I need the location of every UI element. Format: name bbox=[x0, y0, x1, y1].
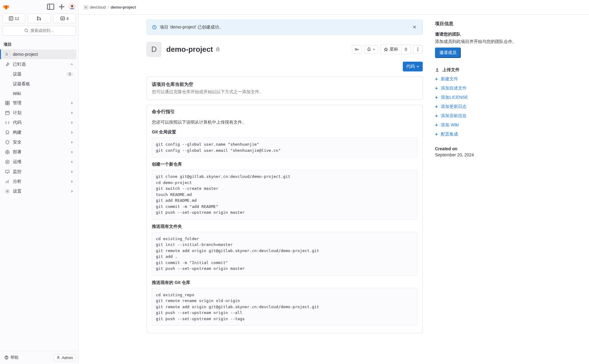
sidebar-pinned-wiki[interactable]: Wiki bbox=[2, 89, 76, 98]
ssh-key-button[interactable] bbox=[352, 45, 362, 54]
sidebar-item-settings[interactable]: 设置 bbox=[2, 186, 76, 196]
sidebar-item-deploy[interactable]: 部署 bbox=[2, 147, 76, 157]
quick-link-readme[interactable]: 添加自述文件 bbox=[435, 84, 521, 93]
group-icon: D bbox=[83, 5, 88, 10]
link-label: 添加更新日志 bbox=[441, 104, 467, 109]
help-link[interactable]: 帮助 bbox=[2, 354, 20, 362]
plus-icon bbox=[435, 104, 438, 109]
quick-link-new-file[interactable]: 新建文件 bbox=[435, 75, 521, 84]
breadcrumb-group-label: devcloud bbox=[90, 5, 106, 10]
todos-count: 4 bbox=[66, 16, 68, 21]
search-input[interactable]: 搜索或转到… bbox=[2, 26, 76, 36]
upload-file-link[interactable]: 上传文件 bbox=[435, 65, 521, 75]
nav-label: 管理 bbox=[13, 100, 67, 106]
code-icon bbox=[5, 120, 10, 125]
admin-link[interactable]: Admin bbox=[54, 354, 76, 361]
svg-rect-0 bbox=[48, 4, 54, 10]
sidebar-item-plan[interactable]: 计划 bbox=[2, 108, 76, 118]
svg-point-43 bbox=[418, 48, 418, 48]
issues-count: 12 bbox=[15, 16, 19, 21]
collapse-sidebar-icon[interactable] bbox=[46, 2, 55, 11]
cli-title: 命令行指引 bbox=[147, 105, 422, 115]
sidebar-pinned[interactable]: 已钉选 bbox=[2, 59, 76, 69]
sidebar-item-build[interactable]: 构建 bbox=[2, 128, 76, 137]
svg-point-30 bbox=[7, 191, 8, 192]
star-button[interactable]: 星标 bbox=[380, 44, 402, 54]
chevron-right-icon bbox=[70, 189, 73, 194]
team-desc: 添加成员到此项目并开始与您的团队合作。 bbox=[435, 39, 521, 44]
project-info-sidebar: 项目信息 邀请您的团队 添加成员到此项目并开始与您的团队合作。 邀请成员 上传文… bbox=[435, 20, 521, 338]
close-alert-button[interactable]: × bbox=[411, 24, 418, 31]
plus-icon bbox=[435, 113, 438, 119]
link-label: 添加LICENSE bbox=[441, 95, 468, 100]
more-actions-button[interactable] bbox=[413, 45, 423, 54]
svg-point-24 bbox=[7, 161, 8, 163]
merge-requests-stat[interactable] bbox=[28, 13, 50, 23]
svg-point-33 bbox=[58, 356, 59, 358]
sidebar-item-monitor[interactable]: 监控 bbox=[2, 167, 76, 177]
sidebar-top bbox=[0, 0, 78, 13]
cli-sec2-title: 创建一个新仓库 bbox=[152, 162, 418, 167]
svg-line-13 bbox=[27, 32, 28, 33]
breadcrumb-group[interactable]: D devcloud bbox=[83, 5, 106, 10]
sidebar-item-operate[interactable]: 运维 bbox=[2, 157, 76, 167]
pinned-label: 已钉选 bbox=[13, 62, 67, 67]
svg-point-9 bbox=[37, 19, 38, 20]
sidebar-item-code[interactable]: 代码 bbox=[2, 118, 76, 128]
sidebar-project-item[interactable]: D demo-project bbox=[0, 49, 76, 59]
user-avatar[interactable] bbox=[68, 3, 76, 10]
chevron-right-icon bbox=[70, 130, 73, 135]
cli-sec2-code[interactable]: git clone git@gitlab.skyner.cn:devcloud/… bbox=[152, 170, 418, 220]
sidebar-pinned-issues[interactable]: 议题 0 bbox=[2, 69, 76, 79]
cli-intro: 您还可以按照以下说明从计算机中上传现有文件。 bbox=[152, 120, 418, 125]
cli-sec4-code[interactable]: cd existing_repo git remote rename origi… bbox=[152, 288, 418, 326]
invite-members-button[interactable]: 邀请成员 bbox=[435, 48, 461, 58]
sidebar-item-manage[interactable]: 管理 bbox=[2, 98, 76, 108]
cli-sec4-title: 推送现有的 Git 仓库 bbox=[152, 280, 418, 285]
quick-link-wiki[interactable]: 添加 Wiki bbox=[435, 121, 521, 130]
info-icon bbox=[152, 25, 157, 30]
code-btn-label: 代码 bbox=[406, 64, 415, 69]
operations-icon bbox=[5, 159, 10, 164]
star-count[interactable]: 0 bbox=[402, 44, 410, 54]
chevron-right-icon bbox=[70, 179, 73, 184]
gear-icon bbox=[5, 189, 10, 194]
gitlab-logo[interactable] bbox=[2, 3, 10, 10]
link-label: 新建文件 bbox=[441, 76, 458, 82]
svg-rect-14 bbox=[6, 101, 7, 103]
help-label: 帮助 bbox=[10, 355, 18, 360]
notifications-button[interactable] bbox=[364, 45, 378, 54]
star-count-value: 0 bbox=[405, 47, 407, 52]
pinned-item-label: 议题看板 bbox=[13, 81, 30, 87]
sidebar-item-security[interactable]: 安全 bbox=[2, 137, 76, 147]
team-title: 邀请您的团队 bbox=[435, 32, 521, 37]
star-label: 星标 bbox=[390, 47, 398, 52]
breadcrumb-project[interactable]: demo-project bbox=[111, 5, 136, 10]
pinned-item-label: 议题 bbox=[13, 71, 21, 77]
svg-point-4 bbox=[71, 5, 73, 7]
cli-sec3-title: 推送现有文件夹 bbox=[152, 224, 418, 229]
repo-empty-title: 该项目仓库当前为空 bbox=[152, 82, 418, 87]
create-new-icon[interactable] bbox=[57, 2, 66, 11]
issues-stat[interactable]: 12 bbox=[2, 13, 25, 23]
sidebar-item-analytics[interactable]: 分析 bbox=[2, 177, 76, 186]
quick-link-license[interactable]: 添加LICENSE bbox=[435, 93, 521, 102]
quick-link-contributing[interactable]: 添加贡献信息 bbox=[435, 111, 521, 121]
svg-point-45 bbox=[418, 50, 418, 51]
pin-icon bbox=[5, 62, 10, 67]
badge-count: 0 bbox=[66, 72, 73, 76]
repo-empty-card: 该项目仓库当前为空 您可以通过克隆仓库开始或开始以以下方式之一添加文件。 bbox=[147, 76, 423, 100]
quick-link-integrations[interactable]: 配置集成 bbox=[435, 130, 521, 139]
todos-stat[interactable]: 4 bbox=[53, 13, 76, 23]
pinned-item-label: Wiki bbox=[13, 91, 21, 96]
cli-sec1-code[interactable]: git config --global user.name "shenhuanj… bbox=[152, 137, 418, 157]
page-title: demo-project bbox=[166, 45, 220, 54]
repo-empty-desc: 您可以通过克隆仓库开始或开始以以下方式之一添加文件。 bbox=[152, 89, 418, 95]
plus-icon bbox=[435, 132, 438, 137]
code-dropdown-button[interactable]: 代码 bbox=[403, 62, 423, 71]
sidebar-pinned-boards[interactable]: 议题看板 bbox=[2, 79, 76, 89]
cli-sec3-code[interactable]: cd existing_folder git init --initial-br… bbox=[152, 232, 418, 276]
nav-label: 计划 bbox=[13, 110, 67, 116]
quick-link-changelog[interactable]: 添加更新日志 bbox=[435, 102, 521, 111]
svg-rect-5 bbox=[9, 17, 13, 20]
